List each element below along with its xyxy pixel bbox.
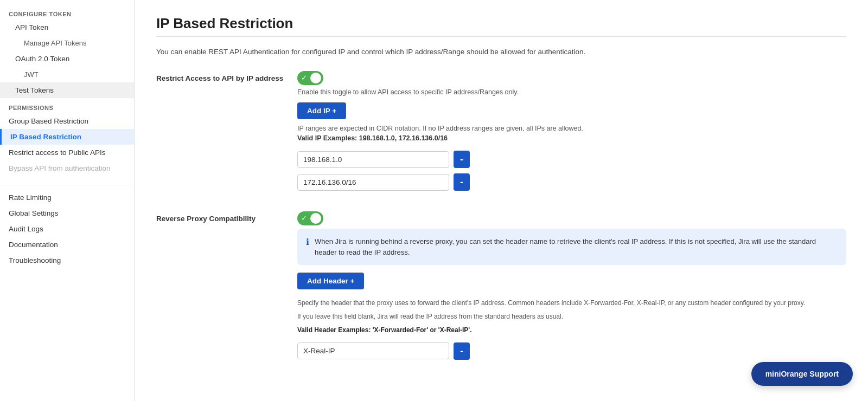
sidebar-item-oauth-token[interactable]: OAuth 2.0 Token [0, 51, 134, 67]
sidebar-item-label: Troubleshooting [9, 256, 61, 264]
sidebar-item-label: OAuth 2.0 Token [15, 55, 69, 63]
header-input-0[interactable] [297, 342, 449, 359]
header-entry-0: - [297, 342, 846, 360]
sidebar-item-label: Global Settings [9, 209, 59, 217]
sidebar-item-troubleshooting[interactable]: Troubleshooting [0, 253, 134, 268]
remove-ip-0-button[interactable]: - [454, 151, 470, 168]
sidebar-item-rate-limiting[interactable]: Rate Limiting [0, 190, 134, 205]
header-note-line1: Specify the header that the proxy uses t… [297, 298, 846, 308]
sidebar-item-label: Bypass API from authentication [9, 164, 111, 172]
configure-token-label: CONFIGURE TOKEN [0, 4, 134, 20]
toggle-wrap-restrict: ✓ [297, 71, 846, 85]
restrict-access-hint: Enable this toggle to allow API access t… [297, 88, 846, 96]
sidebar-item-label: Rate Limiting [9, 193, 52, 202]
page-title: IP Based Restriction [156, 15, 846, 32]
info-icon: ℹ [306, 237, 309, 247]
ip-entry-1: - [297, 173, 846, 191]
sidebar-item-ip-based-restriction[interactable]: IP Based Restriction [0, 129, 134, 145]
sidebar-item-global-settings[interactable]: Global Settings [0, 205, 134, 221]
reverse-proxy-section: Reverse Proxy Compatibility ✓ ℹ When Jir… [156, 211, 846, 365]
sidebar-item-label: Restrict access to Public APIs [9, 148, 106, 157]
sidebar: CONFIGURE TOKEN API Token Manage API Tok… [0, 0, 135, 401]
toggle-slider-restrict: ✓ [297, 71, 323, 85]
sidebar-item-restrict-public-apis[interactable]: Restrict access to Public APIs [0, 145, 134, 160]
proxy-info-text: When Jira is running behind a reverse pr… [315, 236, 838, 257]
remove-header-0-button[interactable]: - [454, 342, 470, 360]
sidebar-item-test-tokens[interactable]: Test Tokens [0, 82, 134, 98]
main-content: IP Based Restriction You can enable REST… [135, 0, 868, 401]
reverse-proxy-content: ✓ ℹ When Jira is running behind a revers… [297, 211, 846, 365]
sidebar-item-api-token[interactable]: API Token [0, 20, 134, 35]
remove-ip-1-button[interactable]: - [454, 173, 470, 191]
restrict-access-content: ✓ Enable this toggle to allow API access… [297, 71, 846, 196]
page-description: You can enable REST API Authentication f… [156, 48, 846, 56]
restrict-access-toggle[interactable]: ✓ [297, 71, 323, 85]
add-header-button[interactable]: Add Header + [297, 273, 364, 289]
sidebar-item-group-based-restriction[interactable]: Group Based Restriction [0, 113, 134, 129]
toggle-wrap-proxy: ✓ [297, 211, 846, 225]
header-examples-note: Valid Header Examples: 'X-Forwarded-For'… [297, 325, 846, 335]
header-examples-strong: Valid Header Examples: 'X-Forwarded-For'… [297, 326, 472, 334]
permissions-label: PERMISSIONS [0, 98, 134, 113]
ip-examples-note: Valid IP Examples: 198.168.1.0, 172.16.1… [297, 134, 846, 142]
reverse-proxy-toggle[interactable]: ✓ [297, 211, 323, 225]
sidebar-item-documentation[interactable]: Documentation [0, 237, 134, 253]
restrict-access-label: Restrict Access to API by IP address [156, 71, 297, 82]
sidebar-item-jwt[interactable]: JWT [0, 67, 134, 82]
sidebar-item-bypass-api-auth[interactable]: Bypass API from authentication [0, 160, 134, 176]
sidebar-item-label: API Token [15, 23, 48, 31]
sidebar-item-label: Manage API Tokens [24, 39, 86, 47]
toggle-slider-proxy: ✓ [297, 211, 323, 225]
sidebar-item-label: Audit Logs [9, 225, 43, 233]
sidebar-item-label: Documentation [9, 241, 58, 249]
sidebar-item-label: Group Based Restriction [9, 117, 88, 125]
sidebar-item-manage-api-tokens[interactable]: Manage API Tokens [0, 35, 134, 51]
ip-examples-strong: Valid IP Examples: 198.168.1.0, 172.16.1… [297, 134, 448, 142]
restrict-access-section: Restrict Access to API by IP address ✓ E… [156, 71, 846, 196]
sidebar-item-label: IP Based Restriction [10, 133, 81, 141]
toggle-check-icon: ✓ [301, 74, 307, 82]
proxy-info-box: ℹ When Jira is running behind a reverse … [297, 229, 846, 265]
ip-input-0[interactable] [297, 151, 449, 168]
sidebar-item-label: JWT [24, 70, 39, 79]
ip-cidr-note: IP ranges are expected in CIDR notation.… [297, 125, 846, 132]
reverse-proxy-label: Reverse Proxy Compatibility [156, 211, 297, 223]
toggle-check-proxy-icon: ✓ [301, 214, 307, 222]
add-ip-button[interactable]: Add IP + [297, 102, 346, 119]
page-divider [156, 36, 846, 37]
sidebar-item-audit-logs[interactable]: Audit Logs [0, 221, 134, 237]
ip-entry-0: - [297, 151, 846, 168]
header-note-line2: If you leave this field blank, Jira will… [297, 312, 846, 322]
ip-input-1[interactable] [297, 174, 449, 191]
miniorange-support-button[interactable]: miniOrange Support [751, 362, 853, 386]
sidebar-item-label: Test Tokens [15, 86, 54, 94]
